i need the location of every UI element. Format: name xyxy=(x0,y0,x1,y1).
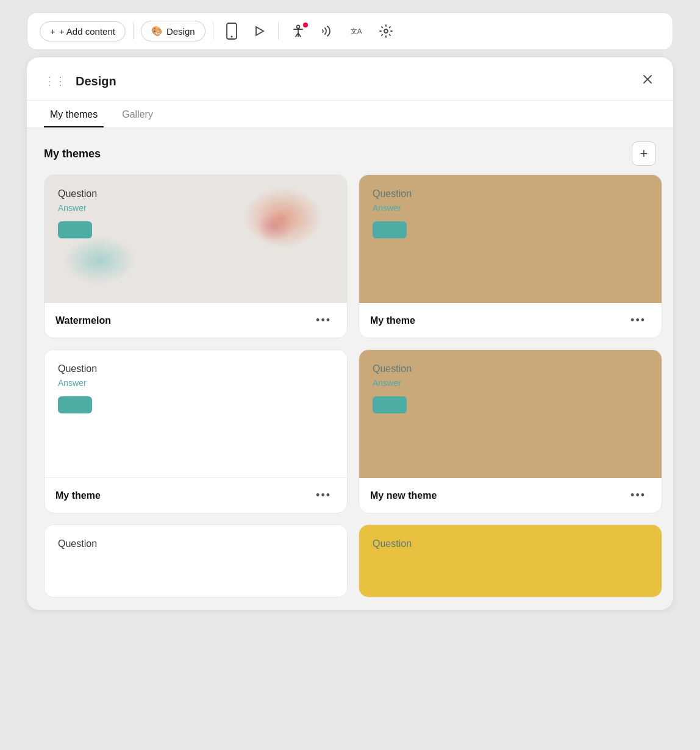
theme-name: My theme xyxy=(370,315,415,326)
preview-question: Question xyxy=(58,538,334,549)
close-button[interactable] xyxy=(639,71,656,91)
preview-question: Question xyxy=(373,188,648,199)
add-content-label: + Add content xyxy=(59,26,115,37)
svg-point-1 xyxy=(230,36,232,38)
preview-answer: Answer xyxy=(58,203,334,213)
preview-answer-btn xyxy=(58,396,92,413)
watermelon-blob2 xyxy=(63,236,136,285)
translate-icon: 文A xyxy=(349,24,364,38)
themes-scroll-area[interactable]: Question Answer Watermelon ••• Question … xyxy=(27,174,673,598)
design-label: Design xyxy=(166,26,195,37)
theme-preview-watermelon: Question Answer xyxy=(45,175,347,303)
mobile-icon xyxy=(226,23,238,40)
translate-icon-button[interactable]: 文A xyxy=(345,20,369,42)
preview-answer: Answer xyxy=(373,203,648,213)
plus-icon: + xyxy=(50,26,55,37)
theme-card-footer: My theme ••• xyxy=(359,303,662,338)
more-options-button[interactable]: ••• xyxy=(626,487,651,504)
toolbar-divider-3 xyxy=(278,23,279,40)
preview-question: Question xyxy=(373,538,648,549)
more-options-button[interactable]: ••• xyxy=(311,312,336,329)
preview-question: Question xyxy=(373,363,648,374)
theme-preview-tan: Question Answer xyxy=(359,175,662,303)
preview-question: Question xyxy=(58,188,334,199)
theme-card-footer: Watermelon ••• xyxy=(45,303,347,338)
preview-answer-btn xyxy=(373,396,407,413)
preview-answer-btn xyxy=(373,221,407,238)
audio-icon-button[interactable] xyxy=(315,20,340,42)
theme-card-my-theme-1[interactable]: Question Answer My theme ••• xyxy=(359,174,662,338)
svg-marker-2 xyxy=(256,27,263,35)
play-icon-button[interactable] xyxy=(248,21,271,41)
panel-header: ⋮⋮ Design xyxy=(27,57,673,101)
section-header: My themes + xyxy=(27,128,673,174)
theme-name: My new theme xyxy=(370,490,437,501)
preview-answer: Answer xyxy=(373,378,648,388)
design-button[interactable]: 🎨 Design xyxy=(141,21,205,41)
theme-card-my-theme-2[interactable]: Question Answer My theme ••• xyxy=(44,349,348,513)
close-icon xyxy=(641,73,654,85)
theme-preview-partial-yellow: Question xyxy=(359,525,662,598)
themes-grid: Question Answer Watermelon ••• Question … xyxy=(44,174,662,598)
theme-name: Watermelon xyxy=(55,315,111,326)
toolbar-divider-1 xyxy=(133,23,134,40)
theme-card-my-new-theme[interactable]: Question Answer My new theme ••• xyxy=(359,349,662,513)
watermelon-blob3 xyxy=(255,212,292,242)
add-theme-button[interactable]: + xyxy=(632,141,656,166)
palette-icon: 🎨 xyxy=(151,26,163,37)
theme-card-footer: My theme ••• xyxy=(45,478,347,513)
settings-icon xyxy=(379,24,393,38)
svg-text:文A: 文A xyxy=(351,27,362,35)
theme-preview-tan-2: Question Answer xyxy=(359,350,662,478)
theme-name: My theme xyxy=(55,490,101,501)
tabs-bar: My themes Gallery xyxy=(27,101,673,128)
tab-my-themes[interactable]: My themes xyxy=(44,101,104,127)
panel-title: Design xyxy=(76,74,116,88)
theme-preview-white: Question Answer xyxy=(45,350,347,478)
theme-card-footer: My new theme ••• xyxy=(359,478,662,513)
theme-card-watermelon[interactable]: Question Answer Watermelon ••• xyxy=(44,174,348,338)
more-options-button[interactable]: ••• xyxy=(311,487,336,504)
preview-answer-btn xyxy=(58,221,92,238)
svg-point-3 xyxy=(296,26,299,29)
section-title: My themes xyxy=(44,148,101,160)
add-content-button[interactable]: + + Add content xyxy=(40,21,126,41)
mobile-icon-button[interactable] xyxy=(221,19,243,43)
toolbar: + + Add content 🎨 Design 文A xyxy=(27,12,673,50)
drag-handle[interactable]: ⋮⋮ xyxy=(44,74,66,88)
play-icon xyxy=(252,24,266,38)
design-panel: ⋮⋮ Design My themes Gallery My themes + xyxy=(27,57,673,610)
preview-question: Question xyxy=(58,363,334,374)
toolbar-divider-2 xyxy=(213,23,213,40)
theme-card-partial-1[interactable]: Question xyxy=(44,524,348,598)
settings-icon-button[interactable] xyxy=(374,20,398,42)
accessibility-icon-button[interactable] xyxy=(286,20,310,42)
theme-preview-partial-white: Question xyxy=(45,525,347,598)
audio-wave-icon xyxy=(320,24,335,38)
svg-point-5 xyxy=(384,29,388,33)
more-options-button[interactable]: ••• xyxy=(626,312,651,329)
preview-answer: Answer xyxy=(58,378,334,388)
theme-card-partial-2[interactable]: Question xyxy=(359,524,662,598)
tab-gallery[interactable]: Gallery xyxy=(116,101,159,127)
notification-dot xyxy=(303,23,308,27)
